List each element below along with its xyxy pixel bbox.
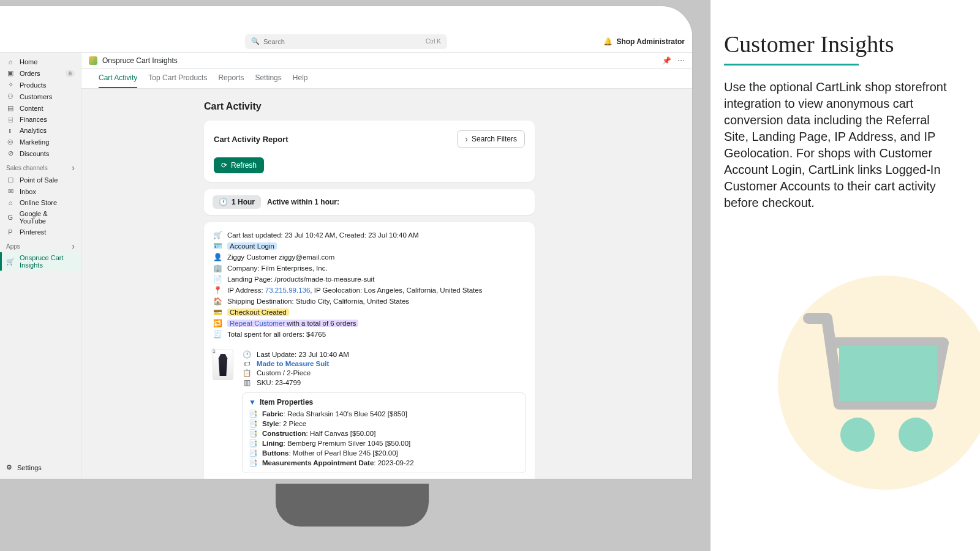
- product-row: 1 🕐Last Update: 23 Jul 10:40 AM 🏷Made to…: [213, 350, 526, 473]
- total-spent: Total spent for all orders: $4765: [227, 331, 326, 338]
- account-login-badge: Account Login: [227, 242, 277, 250]
- product-thumbnail[interactable]: 1: [213, 350, 233, 380]
- search-filters-button[interactable]: Search Filters: [457, 130, 525, 148]
- shop-admin-label[interactable]: Shop Administrator: [616, 37, 685, 46]
- sidebar-item-content[interactable]: ▤Content: [0, 102, 81, 114]
- svg-point-1: [840, 418, 875, 452]
- property-icon: 📑: [249, 449, 257, 457]
- cart-icon: 🛒: [213, 231, 222, 239]
- repeat-customer-badge: Repeat Customer with a total of 6 orders: [227, 320, 358, 327]
- sidebar-item-orders[interactable]: ▣Orders8: [0, 67, 81, 79]
- sidebar-item-products[interactable]: ✧Products: [0, 79, 81, 91]
- nav-icon: ⫾: [6, 127, 15, 134]
- refresh-icon: ⟳: [221, 161, 227, 170]
- sidebar-channel-point-of-sale[interactable]: ▢Point of Sale: [0, 174, 81, 186]
- person-icon: 👤: [213, 253, 222, 261]
- nav-icon: ⊘: [6, 149, 15, 157]
- svg-point-2: [899, 418, 933, 452]
- channel-icon: ▢: [6, 176, 15, 184]
- pin-icon[interactable]: 📌: [662, 56, 671, 65]
- tab-top-cart-products[interactable]: Top Cart Products: [148, 69, 207, 88]
- gear-icon: ⚙: [6, 463, 12, 471]
- item-property: 📑Construction: Half Canvas [$50.00]: [249, 429, 519, 438]
- topbar: 🔍 Search Ctrl K 🔔 Shop Administrator: [0, 31, 692, 53]
- suit-icon: [217, 354, 228, 376]
- item-property: 📑Buttons: Mother of Pearl Blue 245 [$20.…: [249, 448, 519, 458]
- time-filter-chip[interactable]: 🕐 1 Hour: [213, 195, 261, 209]
- home-icon: 🏠: [213, 297, 222, 305]
- cart-updated: Cart last updated: 23 Jul 10:42 AM, Crea…: [227, 231, 419, 239]
- marketing-panel: Customer Insights Use the optional CartL…: [710, 0, 980, 551]
- report-title: Cart Activity Report: [214, 135, 288, 144]
- more-icon[interactable]: ⋯: [677, 56, 685, 65]
- customer-name: Ziggy Customer ziggy@email.com: [227, 253, 334, 261]
- sidebar-channel-pinterest[interactable]: PPinterest: [0, 227, 81, 238]
- product-name-link[interactable]: Made to Measure Suit: [257, 360, 329, 367]
- search-icon: 🔍: [251, 37, 260, 45]
- property-icon: 📑: [249, 439, 257, 448]
- sidebar-item-customers[interactable]: ⚇Customers: [0, 91, 81, 102]
- nav-icon: ✧: [6, 81, 15, 89]
- app-tabs: Cart ActivityTop Cart ProductsReportsSet…: [81, 69, 692, 89]
- search-input[interactable]: 🔍 Search Ctrl K: [245, 34, 447, 49]
- property-icon: 📑: [249, 429, 257, 438]
- sidebar-settings[interactable]: ⚙ Settings: [0, 460, 81, 475]
- checkout-icon: 💳: [213, 308, 222, 317]
- product-variant: Custom / 2-Piece: [257, 369, 311, 377]
- sidebar-section-sales-channels: Sales channels: [0, 159, 81, 174]
- page-icon: 📄: [213, 275, 222, 283]
- tab-reports[interactable]: Reports: [218, 69, 244, 88]
- orders-badge: 8: [66, 70, 75, 77]
- sidebar-channel-inbox[interactable]: ✉Inbox: [0, 186, 81, 197]
- checkout-badge: Checkout Created: [227, 309, 289, 316]
- sidebar-item-analytics[interactable]: ⫾Analytics: [0, 125, 81, 136]
- building-icon: 🏢: [213, 264, 222, 272]
- tab-help[interactable]: Help: [293, 69, 308, 88]
- channel-icon: ✉: [6, 187, 15, 195]
- tab-cart-activity[interactable]: Cart Activity: [99, 69, 137, 88]
- sidebar-app-onspruce-cart-insights[interactable]: 🛒Onspruce Cart Insights: [0, 252, 81, 271]
- channel-icon: ⌂: [6, 199, 15, 206]
- tag-icon: 🏷: [242, 360, 252, 367]
- pin-icon: 📍: [213, 286, 222, 294]
- landing-page: Landing Page: /products/made-to-measure-…: [227, 276, 374, 283]
- repeat-customer-link[interactable]: Repeat Customer: [230, 320, 285, 327]
- report-panel: Cart Activity Report Search Filters ⟳ Re…: [204, 121, 535, 182]
- sidebar-item-home[interactable]: ⌂Home: [0, 56, 81, 67]
- time-filter-desc: Active within 1 hour:: [267, 198, 339, 206]
- notifications-icon[interactable]: 🔔: [603, 37, 612, 46]
- app-icon: 🛒: [6, 258, 15, 266]
- tablet-frame-bottom: [276, 484, 429, 527]
- chevron-right-icon[interactable]: [72, 241, 75, 251]
- sidebar-item-marketing[interactable]: ◎Marketing: [0, 136, 81, 148]
- tab-settings[interactable]: Settings: [255, 69, 281, 88]
- cart-card: 🛒Cart last updated: 23 Jul 10:42 AM, Cre…: [204, 222, 535, 479]
- property-icon: 📑: [249, 419, 257, 428]
- chevron-right-icon: [465, 134, 468, 144]
- app-icon: [89, 56, 97, 65]
- ip-address-link[interactable]: 73.215.99.136: [265, 287, 311, 294]
- chevron-right-icon[interactable]: [72, 163, 75, 173]
- nav-icon: ⌂: [6, 58, 15, 66]
- sidebar: ⌂Home▣Orders8✧Products⚇Customers▤Content…: [0, 53, 81, 479]
- receipt-icon: 🧾: [213, 330, 222, 339]
- sidebar-channel-online-store[interactable]: ⌂Online Store: [0, 197, 81, 208]
- marketing-body: Use the optional CartLink shop storefron…: [724, 79, 957, 211]
- svg-rect-0: [839, 346, 937, 401]
- item-properties-panel: ▼Item Properties 📑Fabric: Reda Sharksin …: [242, 392, 526, 473]
- refresh-button[interactable]: ⟳ Refresh: [214, 157, 264, 173]
- sidebar-item-finances[interactable]: ⌸Finances: [0, 114, 81, 125]
- time-filter-row: 🕐 1 Hour Active within 1 hour:: [204, 189, 535, 215]
- product-last-update: Last Update: 23 Jul 10:40 AM: [257, 351, 349, 358]
- sidebar-item-discounts[interactable]: ⊘Discounts: [0, 148, 81, 159]
- nav-icon: ⌸: [6, 116, 15, 123]
- item-properties-header: Item Properties: [260, 398, 313, 407]
- item-property: 📑Style: 2 Piece: [249, 419, 519, 429]
- sidebar-channel-google-youtube[interactable]: GGoogle & YouTube: [0, 208, 81, 227]
- page-title: Cart Activity: [204, 101, 692, 112]
- nav-icon: ▣: [6, 69, 15, 77]
- app-header: Onspruce Cart Insights 📌 ⋯: [81, 53, 692, 69]
- item-property: 📑Fabric: Reda Sharksin 140's Blue 5402 […: [249, 409, 519, 419]
- product-sku: SKU: 23-4799: [257, 379, 301, 386]
- login-icon: 🪪: [213, 242, 222, 250]
